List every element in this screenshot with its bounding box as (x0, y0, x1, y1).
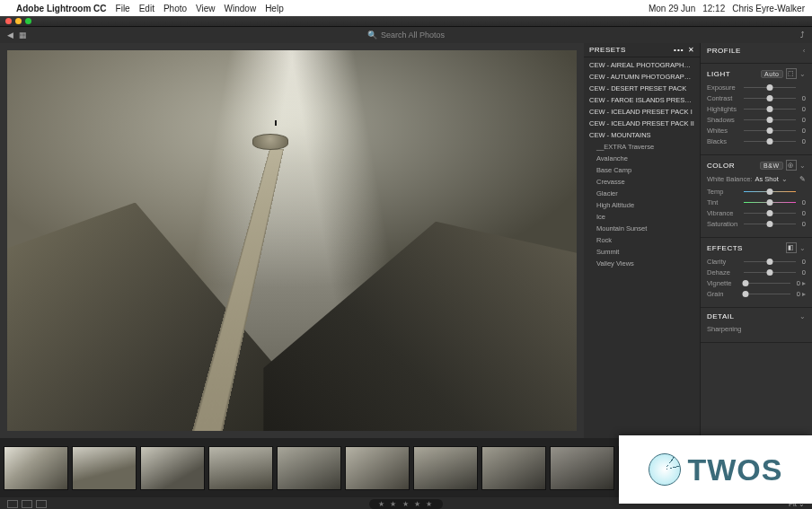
menu-window[interactable]: Window (225, 4, 257, 13)
share-icon[interactable]: ⤴ (800, 31, 805, 39)
wb-select[interactable]: As Shot (755, 175, 778, 183)
presets-title: PRESETS (589, 46, 626, 54)
app-name[interactable]: Adobe Lightroom CC (16, 4, 107, 13)
blacks-slider[interactable]: Blacks0 (707, 137, 806, 145)
thumbnail[interactable] (413, 446, 478, 490)
preset-pack[interactable]: CEW - AUTUMN PHOTOGRAPHY PRESET (584, 71, 700, 83)
exposure-slider[interactable]: Exposure (707, 83, 806, 92)
chevron-down-icon[interactable]: ⌄ (799, 162, 807, 170)
my-photos-icon[interactable]: ▦ (19, 31, 27, 39)
temp-slider[interactable]: Temp (707, 188, 806, 196)
tone-curve-icon[interactable]: ⬚ (786, 68, 797, 79)
preset-item[interactable]: Rock (584, 234, 700, 246)
split-toning-icon[interactable]: ◧ (786, 242, 797, 253)
preset-item[interactable]: Glacier (584, 188, 700, 199)
dehaze-slider[interactable]: Dehaze0 (707, 268, 806, 276)
search-field[interactable]: 🔍 Search All Photos (367, 31, 445, 39)
whites-slider[interactable]: Whites0 (707, 127, 806, 135)
chevron-down-icon[interactable]: ⌄ (799, 244, 807, 252)
preset-item[interactable]: Mountain Sunset (584, 223, 700, 234)
preset-item[interactable]: __EXTRA Traverse (584, 141, 700, 153)
bw-button[interactable]: B&W (760, 162, 782, 170)
main-area: PRESETS ••• ✕ CEW - AIREAL PHOTOGRAPHY P… (0, 43, 812, 438)
minimize-window-button[interactable] (15, 18, 22, 24)
effects-section: EFFECTS ◧ ⌄ Clarity0 Dehaze0 Vignette0▸ … (701, 238, 812, 308)
preset-pack[interactable]: CEW - DESERT PRESET PACK (584, 83, 700, 94)
menu-help[interactable]: Help (265, 4, 284, 13)
preset-pack[interactable]: CEW - FAROE ISLANDS PRESET PACK (584, 94, 700, 106)
vibrance-slider[interactable]: Vibrance0 (707, 209, 806, 217)
app-toolbar: ◀ ▦ 🔍 Search All Photos ⤴ (0, 27, 812, 43)
saturation-slider[interactable]: Saturation0 (707, 220, 806, 228)
edit-controls: PROFILE ‹ LIGHT Auto ⬚ ⌄ Exposure Contra… (701, 43, 812, 438)
color-title: COLOR (707, 162, 735, 170)
chevron-down-icon[interactable]: ⌄ (799, 70, 807, 78)
menu-photo[interactable]: Photo (163, 4, 187, 13)
chevron-left-icon[interactable]: ‹ (803, 47, 806, 55)
maximize-window-button[interactable] (25, 18, 31, 24)
star-rating[interactable]: ★ ★ ★ ★ ★ (369, 499, 443, 509)
contrast-slider[interactable]: Contrast0 (707, 94, 806, 102)
highlights-slider[interactable]: Highlights0 (707, 105, 806, 113)
status-date: Mon 29 Jun (649, 4, 695, 13)
traffic-lights (5, 18, 31, 24)
preset-pack[interactable]: CEW - ICELAND PRESET PACK I (584, 106, 700, 118)
search-placeholder: Search All Photos (381, 31, 445, 39)
sharpening-slider[interactable]: Sharpening (707, 325, 806, 333)
preset-item[interactable]: Ice (584, 211, 700, 223)
preset-item[interactable]: Valley Views (584, 258, 700, 269)
photo-canvas[interactable] (0, 43, 584, 438)
auto-button[interactable]: Auto (761, 70, 782, 78)
menu-view[interactable]: View (196, 4, 216, 13)
grid-view-icon[interactable] (7, 500, 18, 508)
view-mode-icons (7, 500, 47, 508)
preset-pack[interactable]: CEW - AIREAL PHOTOGRAPHY PRESET P. (584, 59, 700, 71)
tint-slider[interactable]: Tint0 (707, 198, 806, 206)
white-balance-row: White Balance: As Shot ⌄ ✎ (707, 175, 806, 183)
thumbnail[interactable] (481, 446, 546, 490)
vignette-slider[interactable]: Vignette0▸ (707, 279, 806, 287)
status-user: Chris Eyre-Walker (732, 4, 805, 13)
preset-pack-expanded[interactable]: CEW - MOUNTAINS (584, 129, 700, 141)
square-view-icon[interactable] (22, 500, 32, 508)
close-window-button[interactable] (5, 18, 12, 24)
watermark-text: TWOS (688, 452, 783, 487)
home-icon[interactable]: ◀ (7, 31, 13, 39)
presets-menu-icon[interactable]: ••• (674, 46, 684, 54)
preset-item[interactable]: Avalanche (584, 153, 700, 164)
menu-edit[interactable]: Edit (139, 4, 154, 13)
wb-label: White Balance: (707, 175, 752, 183)
thumbnail[interactable] (345, 446, 410, 490)
color-section: COLOR B&W ◎ ⌄ White Balance: As Shot ⌄ ✎… (701, 155, 812, 238)
presets-panel: PRESETS ••• ✕ CEW - AIREAL PHOTOGRAPHY P… (584, 43, 701, 438)
chevron-down-icon[interactable]: ⌄ (799, 312, 807, 320)
preset-item[interactable]: Crevasse (584, 176, 700, 188)
grain-slider[interactable]: Grain0▸ (707, 290, 806, 298)
preset-pack[interactable]: CEW - ICELAND PRESET PACK II (584, 118, 700, 129)
expand-icon[interactable]: ▸ (802, 279, 806, 287)
shadows-slider[interactable]: Shadows0 (707, 116, 806, 124)
expand-icon[interactable]: ▸ (802, 290, 806, 298)
thumbnail[interactable] (550, 446, 614, 490)
person-figure (275, 120, 277, 126)
preset-item[interactable]: High Altitude (584, 199, 700, 211)
menu-file[interactable]: File (116, 4, 130, 13)
thumbnail[interactable] (208, 446, 273, 490)
presets-close-icon[interactable]: ✕ (688, 46, 695, 54)
light-section: LIGHT Auto ⬚ ⌄ Exposure Contrast0 Highli… (701, 64, 812, 155)
preset-item[interactable]: Base Camp (584, 164, 700, 176)
thumbnail[interactable] (277, 446, 341, 490)
preset-item[interactable]: Summit (584, 246, 700, 258)
presets-header: PRESETS ••• ✕ (584, 43, 700, 57)
clarity-slider[interactable]: Clarity0 (707, 258, 806, 266)
color-mixer-icon[interactable]: ◎ (786, 160, 797, 171)
lightbulb-icon (649, 453, 681, 486)
window-titlebar (0, 16, 812, 27)
thumbnail[interactable] (72, 446, 137, 490)
detail-view-icon[interactable] (36, 500, 47, 508)
eyedropper-icon[interactable]: ✎ (799, 175, 806, 183)
profile-section: PROFILE ‹ (701, 43, 812, 64)
chevron-down-icon[interactable]: ⌄ (781, 175, 788, 183)
thumbnail[interactable] (140, 446, 205, 490)
thumbnail[interactable] (4, 446, 68, 490)
